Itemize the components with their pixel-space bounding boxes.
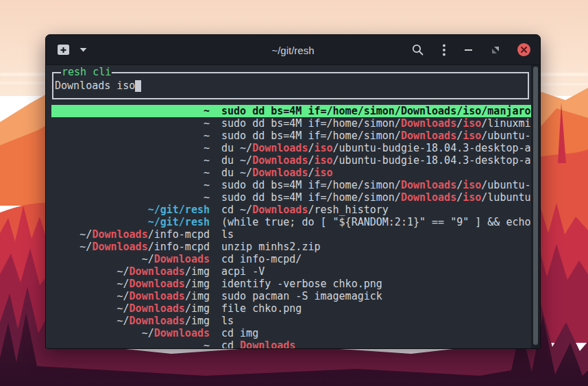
terminal-window: ~/git/resh: [45, 34, 541, 349]
desktop: ~/git/resh: [0, 0, 588, 386]
history-row[interactable]: ~du ~/Downloads/iso: [51, 167, 532, 179]
history-row-command: cd img: [221, 327, 532, 339]
history-row-command: cd info-mcpd/: [221, 253, 532, 265]
history-row[interactable]: ~du ~/Downloads/iso/ubuntu-budgie-18.04.…: [51, 154, 532, 167]
history-row-command: identify -verbose chko.png: [221, 278, 532, 290]
history-row-command: sudo dd bs=4M if=/home/simon/Downloads/i…: [221, 105, 532, 117]
history-row[interactable]: ~sudo dd bs=4M if=/home/simon/Downloads/…: [51, 105, 532, 117]
search-button[interactable]: [411, 43, 425, 57]
text-cursor: [135, 80, 141, 92]
scrollbar-thumb[interactable]: [533, 67, 538, 345]
history-row-path: ~/Downloads: [51, 253, 210, 265]
history-row-path: ~: [51, 105, 210, 117]
history-row-command: sudo dd bs=4M if=/home/simon/Downloads/i…: [221, 179, 532, 191]
history-row[interactable]: ~sudo dd bs=4M if=/home/simon/Downloads/…: [51, 179, 532, 191]
search-icon: [412, 44, 424, 56]
history-row-command: acpi -V: [221, 265, 532, 278]
titlebar: ~/git/resh: [46, 35, 540, 65]
history-row[interactable]: ~/Downloads/imgacpi -V: [51, 265, 532, 278]
history-row-command: du ~/Downloads/iso: [221, 167, 532, 179]
minimize-button[interactable]: [463, 47, 474, 53]
titlebar-right-controls: [411, 43, 530, 58]
history-row-path: ~/Downloads: [51, 327, 210, 339]
tab-chooser-button[interactable]: [78, 46, 88, 53]
history-row[interactable]: ~/Downloadscd img: [51, 327, 532, 339]
history-row-path: ~: [51, 142, 210, 154]
history-row-command: unzip minhs2.zip: [221, 241, 532, 253]
history-row-command: sudo dd bs=4M if=/home/simon/Downloads/i…: [221, 130, 532, 142]
history-row-command: du ~/Downloads/iso/ubuntu-budgie-18.04.3…: [221, 142, 532, 154]
kebab-menu-icon: [443, 44, 445, 56]
titlebar-left-controls: [56, 43, 88, 57]
history-row-command: ls: [221, 315, 532, 327]
chevron-down-icon: [79, 47, 87, 52]
history-row-path: ~: [51, 154, 210, 167]
history-row[interactable]: ~/Downloads/imgls: [51, 315, 532, 327]
history-row-path: ~/Downloads/img: [51, 315, 210, 327]
terminal-content: resh cli Downloads iso ~sudo dd bs=4M if…: [46, 65, 540, 349]
history-row[interactable]: ~cd Downloads: [51, 339, 532, 349]
history-row[interactable]: ~/Downloads/info-mcpdls: [51, 228, 532, 241]
search-query-text: Downloads iso: [55, 80, 135, 92]
history-row-command: sudo dd bs=4M if=/home/simon/Downloads/i…: [221, 117, 532, 130]
history-row-path: ~/git/resh: [51, 216, 210, 228]
history-row-path: ~/Downloads/img: [51, 278, 210, 290]
history-row-command: cd ~/Downloads/resh_history: [221, 204, 532, 216]
new-tab-button[interactable]: [56, 43, 71, 57]
history-row-path: ~: [51, 191, 210, 204]
scrollbar-track[interactable]: [531, 65, 540, 349]
history-row[interactable]: ~/Downloadscd info-mcpd/: [51, 253, 532, 265]
history-row-path: ~/Downloads/img: [51, 290, 210, 302]
history-row-path: ~: [51, 130, 210, 142]
history-row-path: ~/Downloads/img: [51, 265, 210, 278]
history-row-path: ~/Downloads/info-mcpd: [51, 228, 210, 241]
history-row-path: ~: [51, 339, 210, 349]
history-row-path: ~/git/resh: [51, 204, 210, 216]
history-row-path: ~: [51, 179, 210, 191]
history-row-path: ~/Downloads/info-mcpd: [51, 241, 210, 253]
resh-search-panel: resh cli Downloads iso: [52, 72, 529, 99]
history-row-command: sudo pacman -S imagemagick: [221, 290, 532, 302]
history-row[interactable]: ~/Downloads/imgfile chko.png: [51, 302, 532, 315]
new-tab-icon: [57, 44, 70, 56]
close-button[interactable]: [517, 43, 530, 56]
history-row[interactable]: ~sudo dd bs=4M if=/home/simon/Downloads/…: [51, 117, 532, 130]
search-query-input[interactable]: Downloads iso: [53, 73, 528, 98]
history-row[interactable]: ~/git/resh(while true; do [ "${RANDOM:2:…: [51, 216, 532, 228]
history-row-path: ~/Downloads/img: [51, 302, 210, 315]
menu-button[interactable]: [441, 43, 447, 58]
history-row-command: (while true; do [ "${RANDOM:2:1}" == "9"…: [221, 216, 532, 228]
history-row-command: file chko.png: [221, 302, 532, 315]
history-row[interactable]: ~/Downloads/imgidentify -verbose chko.pn…: [51, 278, 532, 290]
history-row[interactable]: ~/git/reshcd ~/Downloads/resh_history: [51, 204, 532, 216]
history-list: ~sudo dd bs=4M if=/home/simon/Downloads/…: [51, 105, 532, 349]
history-row-command: cd Downloads: [221, 339, 532, 349]
restore-icon: [491, 46, 500, 54]
minimize-icon: [465, 49, 472, 51]
history-row-command: du ~/Downloads/iso/ubuntu-budgie-18.04.3…: [221, 154, 532, 167]
history-row[interactable]: ~/Downloads/info-mcpdunzip minhs2.zip: [51, 241, 532, 253]
close-icon: [521, 47, 527, 53]
resh-panel-title: resh cli: [61, 66, 112, 78]
history-row[interactable]: ~du ~/Downloads/iso/ubuntu-budgie-18.04.…: [51, 142, 532, 154]
window-title: ~/git/resh: [271, 44, 314, 56]
history-row-path: ~: [51, 117, 210, 130]
restore-button[interactable]: [490, 45, 501, 56]
history-row[interactable]: ~/Downloads/imgsudo pacman -S imagemagic…: [51, 290, 532, 302]
history-row-path: ~: [51, 167, 210, 179]
history-row-command: sudo dd bs=4M if=/home/simon/Downloads/i…: [221, 191, 532, 204]
history-row[interactable]: ~sudo dd bs=4M if=/home/simon/Downloads/…: [51, 130, 532, 142]
history-row[interactable]: ~sudo dd bs=4M if=/home/simon/Downloads/…: [51, 191, 532, 204]
history-row-command: ls: [221, 228, 532, 241]
